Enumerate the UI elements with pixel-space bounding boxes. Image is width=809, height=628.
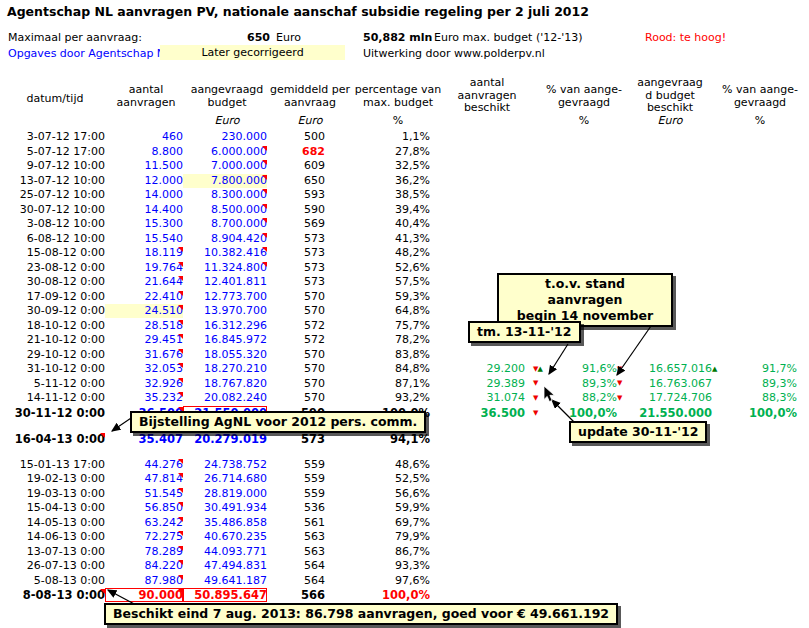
cell-percentage[interactable]: 56,6% — [325, 487, 430, 501]
cell-datum[interactable]: 19-03-13 0:00 — [0, 487, 105, 501]
cell-percentage[interactable]: 52,6% — [325, 261, 430, 275]
cell-aantal-aanvragen[interactable]: 8.800 — [105, 145, 183, 159]
cell-beschikt-aantal[interactable]: 29.200 — [440, 362, 525, 376]
cell-gemiddeld[interactable]: 559 — [267, 472, 325, 486]
cell-datum[interactable]: 17-09-12 0:00 — [0, 290, 105, 304]
cell-percentage[interactable]: 79,9% — [325, 530, 430, 544]
cell-percentage[interactable]: 59,9% — [325, 501, 430, 515]
cell-aangevraagd-budget[interactable]: 44.093.771 — [183, 545, 267, 559]
cell-aangevraagd-budget[interactable]: 7.800.000 — [183, 174, 267, 188]
cell-gemiddeld[interactable]: 570 — [267, 290, 325, 304]
cell-aangevraagd-budget[interactable]: 16.845.972 — [183, 333, 267, 347]
cell-datum[interactable]: 30-09-12 0:00 — [0, 304, 105, 318]
cell-aantal-aanvragen[interactable]: 460 — [105, 130, 183, 144]
cell-aantal-aanvragen[interactable]: 87.980 — [105, 574, 183, 588]
cell-aantal-aanvragen[interactable]: 72.275 — [105, 530, 183, 544]
cell-datum[interactable]: 9-07-12 10:00 — [0, 159, 105, 173]
cell-datum[interactable]: 19-02-13 0:00 — [0, 472, 105, 486]
cell-gemiddeld[interactable]: 563 — [267, 530, 325, 544]
cell-gemiddeld[interactable]: 561 — [267, 516, 325, 530]
cell-beschikt-pct2[interactable]: 88,3% — [724, 391, 797, 405]
cell-percentage[interactable]: 94,1% — [325, 432, 430, 446]
cell-percentage[interactable]: 69,7% — [325, 516, 430, 530]
cell-aantal-aanvragen[interactable]: 56.850 — [105, 501, 183, 515]
cell-aantal-aanvragen[interactable]: 24.510 — [105, 304, 183, 318]
cell-aangevraagd-budget[interactable]: 230.000 — [183, 130, 267, 144]
cell-percentage[interactable]: 40,4% — [325, 217, 430, 231]
cell-percentage[interactable]: 64,8% — [325, 304, 430, 318]
cell-aantal-aanvragen[interactable]: 22.410 — [105, 290, 183, 304]
cell-beschikt-budget[interactable]: 17.724.706 — [627, 391, 712, 405]
cell-beschikt-pct1[interactable]: 88,2% — [560, 391, 617, 405]
cell-gemiddeld[interactable]: 573 — [267, 432, 325, 446]
cell-aantal-aanvragen[interactable]: 84.220 — [105, 559, 183, 573]
cell-datum[interactable]: 3-07-12 17:00 — [0, 130, 105, 144]
cell-datum[interactable]: 21-10-12 0:00 — [0, 333, 105, 347]
cell-percentage[interactable]: 86,7% — [325, 545, 430, 559]
cell-datum[interactable]: 30-07-12 10:00 — [0, 203, 105, 217]
cell-datum[interactable]: 5-07-12 17:00 — [0, 145, 105, 159]
cell-aantal-aanvragen[interactable]: 47.814 — [105, 472, 183, 486]
cell-datum[interactable]: 18-10-12 0:00 — [0, 319, 105, 333]
cell-percentage[interactable]: 75,7% — [325, 319, 430, 333]
cell-aangevraagd-budget[interactable]: 28.819.000 — [183, 487, 267, 501]
cell-gemiddeld[interactable]: 650 — [267, 174, 325, 188]
cell-beschikt-pct1[interactable]: 100,0% — [560, 406, 617, 420]
cell-aantal-aanvragen[interactable]: 35.232 — [105, 391, 183, 405]
cell-percentage[interactable]: 27,8% — [325, 145, 430, 159]
cell-percentage[interactable]: 41,3% — [325, 232, 430, 246]
cell-gemiddeld[interactable]: 500 — [267, 130, 325, 144]
cell-gemiddeld[interactable]: 566 — [267, 588, 325, 602]
cell-beschikt-pct2[interactable]: 89,3% — [724, 377, 797, 391]
cell-gemiddeld[interactable]: 559 — [267, 458, 325, 472]
cell-aangevraagd-budget[interactable]: 8.300.000 — [183, 188, 267, 202]
cell-percentage[interactable]: 38,5% — [325, 188, 430, 202]
cell-aangevraagd-budget[interactable]: 49.641.187 — [183, 574, 267, 588]
cell-aantal-aanvragen[interactable]: 35.407 — [105, 432, 183, 446]
cell-datum[interactable]: 16-04-13 0:00 — [0, 432, 105, 446]
cell-aantal-aanvragen[interactable]: 51.545 — [105, 487, 183, 501]
cell-aangevraagd-budget[interactable]: 18.270.210 — [183, 362, 267, 376]
cell-aangevraagd-budget[interactable]: 26.714.680 — [183, 472, 267, 486]
cell-percentage[interactable]: 87,1% — [325, 377, 430, 391]
cell-aangevraagd-budget[interactable]: 11.324.800 — [183, 261, 267, 275]
cell-gemiddeld[interactable]: 536 — [267, 501, 325, 515]
cell-aangevraagd-budget[interactable]: 12.773.700 — [183, 290, 267, 304]
cell-percentage[interactable]: 59,3% — [325, 290, 430, 304]
cell-datum[interactable]: 5-11-12 0:00 — [0, 377, 105, 391]
cell-beschikt-pct2[interactable]: 91,7% — [724, 362, 797, 376]
cell-gemiddeld[interactable]: 590 — [267, 203, 325, 217]
cell-datum[interactable]: 15-08-12 0:00 — [0, 246, 105, 260]
cell-aantal-aanvragen[interactable]: 19.764 — [105, 261, 183, 275]
cell-gemiddeld[interactable]: 569 — [267, 217, 325, 231]
cell-aantal-aanvragen[interactable]: 18.119 — [105, 246, 183, 260]
cell-gemiddeld[interactable]: 559 — [267, 487, 325, 501]
cell-datum[interactable]: 13-07-13 0:00 — [0, 545, 105, 559]
cell-aangevraagd-budget[interactable]: 24.738.752 — [183, 458, 267, 472]
cell-gemiddeld[interactable]: 570 — [267, 362, 325, 376]
cell-percentage[interactable]: 57,5% — [325, 275, 430, 289]
cell-beschikt-aantal[interactable]: 29.389 — [440, 377, 525, 391]
cell-datum[interactable]: 29-10-12 0:00 — [0, 348, 105, 362]
cell-percentage[interactable]: 52,5% — [325, 472, 430, 486]
cell-gemiddeld[interactable]: 593 — [267, 188, 325, 202]
cell-gemiddeld[interactable]: 682 — [267, 145, 325, 159]
cell-percentage[interactable]: 48,2% — [325, 246, 430, 260]
cell-aantal-aanvragen[interactable]: 15.300 — [105, 217, 183, 231]
cell-percentage[interactable]: 36,2% — [325, 174, 430, 188]
cell-aantal-aanvragen[interactable]: 14.000 — [105, 188, 183, 202]
cell-aantal-aanvragen[interactable]: 63.242 — [105, 516, 183, 530]
cell-gemiddeld[interactable]: 573 — [267, 246, 325, 260]
cell-beschikt-aantal[interactable]: 31.074 — [440, 391, 525, 405]
cell-aangevraagd-budget[interactable]: 7.000.000 — [183, 159, 267, 173]
cell-datum[interactable]: 8-08-13 0:00 — [0, 588, 105, 602]
cell-aangevraagd-budget[interactable]: 16.312.296 — [183, 319, 267, 333]
cell-percentage[interactable]: 32,5% — [325, 159, 430, 173]
cell-datum[interactable]: 31-10-12 0:00 — [0, 362, 105, 376]
cell-aangevraagd-budget[interactable]: 47.494.831 — [183, 559, 267, 573]
cell-gemiddeld[interactable]: 564 — [267, 574, 325, 588]
cell-gemiddeld[interactable]: 570 — [267, 377, 325, 391]
cell-aangevraagd-budget[interactable]: 12.401.811 — [183, 275, 267, 289]
col-header-pct-aangevraagd2[interactable]: % van aange- gevraagd — [695, 84, 809, 109]
cell-gemiddeld[interactable]: 570 — [267, 391, 325, 405]
